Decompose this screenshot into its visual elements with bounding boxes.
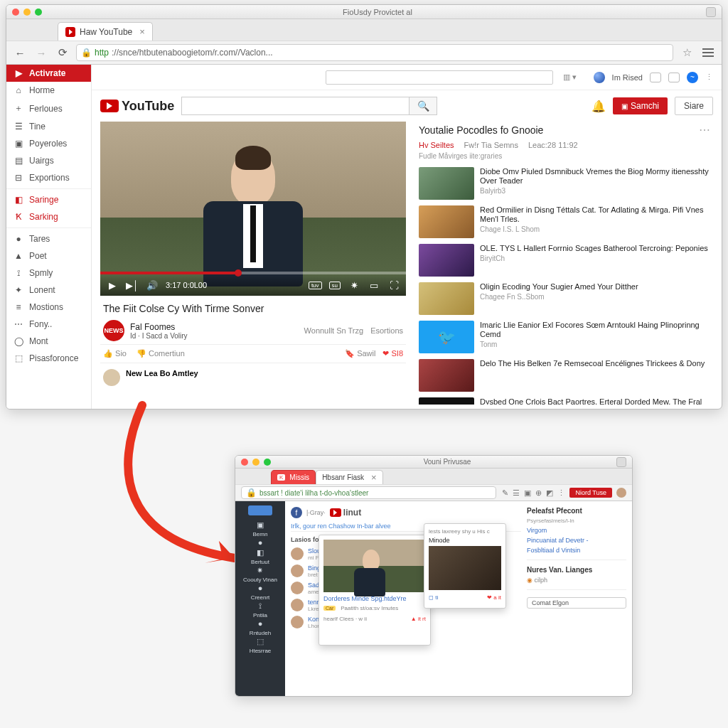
messenger-icon[interactable]: ~ [687, 72, 698, 83]
card-action[interactable]: ◻ ti [429, 594, 438, 601]
notifications-icon[interactable]: 🔔 [592, 100, 606, 113]
related-item[interactable]: 🐦Imaric Llie Eanior Exl Focores Sœm Arnt… [416, 318, 713, 356]
settings-icon[interactable]: ✷ [348, 280, 360, 291]
sidebar-item-uairgs[interactable]: ▤Uairgs [6, 152, 91, 169]
next-button[interactable]: ▶│ [126, 280, 139, 291]
minimize-window-icon[interactable] [252, 459, 259, 466]
related-item[interactable]: Delo The His Belken 7e Remsecoal Encélig… [416, 356, 713, 395]
mini-sidebar-item[interactable]: ▣Bemn [243, 520, 277, 537]
page-top-search[interactable] [326, 70, 553, 85]
mini-action-button[interactable]: Niord Tuse [569, 488, 612, 498]
address-bar-2[interactable]: 🔒 bssart ! diate'i lilha t-do-vhoa'stlee… [241, 486, 496, 499]
traffic-lights[interactable] [12, 9, 42, 16]
mail-icon[interactable] [650, 73, 661, 82]
mini-right-button[interactable]: Comat Elgon [527, 597, 626, 609]
search-button[interactable]: 🔍 [409, 97, 437, 115]
play-button[interactable]: ▶ [106, 280, 119, 291]
mini-sidebar-item[interactable]: ✷Coouty Vinan [243, 565, 277, 583]
mini-sb-pill[interactable] [248, 505, 272, 515]
sidebar-item-saringe[interactable]: ◧Saringe [6, 191, 91, 208]
close-tab-icon[interactable]: × [371, 472, 377, 483]
sidebar-item-ferloues[interactable]: ＋Ferloues [6, 99, 91, 118]
mini-link[interactable]: Fosbltiaal d Vintsin [527, 547, 626, 554]
like-button[interactable]: 👍 Sio [103, 349, 127, 358]
related-tab-2[interactable]: Fw!r Tia Semns [464, 141, 518, 149]
sidebar-item-tares[interactable]: ●Tares [6, 230, 91, 247]
tb-icon[interactable]: ⊕ [535, 488, 542, 498]
mini-sidebar-item[interactable]: ⟟Pntiia [243, 601, 277, 619]
cc-button[interactable]: tuv [309, 282, 322, 289]
tb-icon[interactable]: ⋮ [557, 488, 565, 498]
address-bar[interactable]: 🔒 http ://snce/htbutenaboogietom/r.com//… [76, 44, 673, 61]
video-tab-1[interactable]: Wonnullt Sn Trzg [304, 326, 364, 335]
reload-button[interactable]: ⟳ [55, 45, 70, 60]
related-item[interactable]: Diobe Omv Piuled Dsmnibuck Vremes the Bi… [416, 164, 713, 203]
bookmark-star-icon[interactable]: ☆ [679, 45, 695, 60]
tb-icon[interactable]: ◩ [546, 488, 553, 498]
site-search[interactable]: 🔍 [181, 97, 437, 115]
traffic-lights-2[interactable] [241, 459, 271, 466]
miniplayer-icon[interactable]: ▭ [368, 280, 380, 291]
top-dropdown-icon[interactable]: ▥ ▾ [563, 73, 577, 82]
related-more-icon[interactable]: ⋯ [699, 123, 710, 136]
browser-tab-2[interactable]: Hbsanr Fiask × [316, 470, 383, 484]
tb-icon[interactable]: ▣ [524, 488, 531, 498]
close-tab-icon[interactable]: × [139, 26, 145, 37]
floating-card-1[interactable]: Dorderes Minde Spg.htdeYre Car Paatith s… [318, 535, 431, 646]
card-action[interactable]: ▲ it rt [411, 616, 426, 622]
related-item[interactable]: Red Ormilier in Disng Téttals Cat. Tor A… [416, 203, 713, 241]
channel-name[interactable]: Fal Foomes [130, 322, 188, 332]
card-action[interactable]: ❤ a it [487, 594, 501, 601]
sidebar-item-mont[interactable]: ◯Mont [6, 333, 91, 350]
tb-icon[interactable]: ☰ [513, 488, 520, 498]
share-button[interactable]: Siare [675, 97, 713, 115]
back-button[interactable]: ← [12, 45, 28, 60]
sidebar-item-fony[interactable]: ⋯Fony.. [6, 316, 91, 333]
sidebar-item-poet[interactable]: ▲Poet [6, 247, 91, 264]
mini-sidebar-item[interactable]: ⬚Htesrrae [243, 636, 277, 654]
sidebar-item-pisasforonce[interactable]: ⬚Pisasforonce [6, 350, 91, 367]
volume-icon[interactable]: 🔊 [146, 280, 159, 291]
subscribe-button[interactable]: ▣Samchi [613, 97, 668, 114]
related-item[interactable]: OLE. TYS L Hallert Forrnio Scages Bather… [416, 241, 713, 279]
sidebar-item-sarking[interactable]: ҞSarking [6, 208, 91, 225]
tb-avatar-icon[interactable] [616, 488, 626, 498]
close-window-icon[interactable] [241, 459, 248, 466]
browser-tab-active[interactable]: K Missis [271, 470, 316, 484]
tb-icon[interactable]: ✎ [502, 488, 508, 498]
site-logo[interactable]: YouTube [100, 99, 174, 114]
top-menu-icon[interactable]: ⋮ [705, 73, 713, 82]
mini-sidebar-item[interactable]: ◧Bertuut [243, 547, 277, 565]
related-tab-1[interactable]: Hv Seiltes [419, 141, 454, 149]
camera-icon[interactable] [668, 73, 680, 82]
zoom-window-icon[interactable] [264, 459, 271, 466]
sidebar-item-exportions[interactable]: ⊟Exportions [6, 169, 91, 186]
dislike-button[interactable]: 👎 Comertiun [136, 349, 185, 358]
browser-menu-icon[interactable] [700, 45, 716, 60]
fullscreen-icon[interactable]: ⛶ [387, 280, 400, 291]
sidebar-item-home[interactable]: ⌂Horme [6, 82, 91, 99]
sidebar-item-mostions[interactable]: ≡Mostions [6, 299, 91, 316]
browser-tab[interactable]: Haw YouTube × [58, 22, 153, 41]
related-item[interactable]: Oligin Ecoding Your Sugier Amed Your Dit… [416, 279, 713, 318]
heart-button[interactable]: ❤ SI8 [382, 349, 403, 358]
fb-circle-icon[interactable]: f [291, 507, 302, 518]
save-button[interactable]: 🔖 Sawil [345, 349, 375, 358]
zoom-window-icon[interactable] [35, 9, 42, 16]
video-player[interactable]: ▶ ▶│ 🔊 3:17 0:0L00 tuv su ✷ ▭ ⛶ [100, 122, 406, 296]
mini-sidebar-item[interactable]: ● [243, 537, 277, 547]
mini-link[interactable]: Pincuaniat af Devetr - [527, 537, 626, 544]
user-avatar-icon[interactable] [594, 72, 605, 83]
close-window-icon[interactable] [12, 9, 19, 16]
minimize-window-icon[interactable] [23, 9, 31, 16]
related-item[interactable]: Dysbed One Crlois Bact Paortres. Erteral… [416, 395, 713, 405]
subtitle-button[interactable]: su [329, 282, 341, 289]
search-input[interactable] [181, 97, 409, 115]
mini-sidebar-item[interactable]: ●Creenrt [243, 583, 277, 601]
mini-sidebar-item[interactable]: ●Rntudeh [243, 619, 277, 636]
forward-button[interactable]: → [33, 45, 49, 60]
commenter-name[interactable]: New Lea Bo Amtley [126, 369, 198, 378]
sidebar-item-lonent[interactable]: ✦Lonent [6, 282, 91, 299]
floating-card-2[interactable]: lests laxreey shy u His c Minode ◻ ti ❤ … [424, 523, 506, 609]
mini-logo[interactable]: linut [330, 508, 361, 518]
